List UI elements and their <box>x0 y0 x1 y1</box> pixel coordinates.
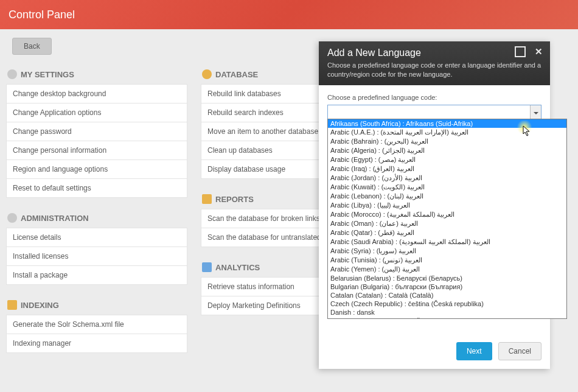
section-title: INDEXING <box>21 301 59 310</box>
language-option[interactable]: Arabic (U.A.E.) : العربية (الإمارات العر… <box>328 128 566 137</box>
panel-column: MY SETTINGSChange desktop backgroundChan… <box>6 63 187 362</box>
db-icon <box>202 69 212 79</box>
language-option[interactable]: Arabic (Jordan) : العربية (الأردن) <box>328 173 566 183</box>
maximize-button[interactable] <box>515 46 526 57</box>
language-option[interactable]: Arabic (Yemen) : العربية (اليمن) <box>328 265 566 274</box>
panel-item[interactable]: Generate the Solr Schema.xml file <box>6 315 187 334</box>
language-option[interactable]: Arabic (Morocco) : العربية (المملكة المغ… <box>328 210 566 219</box>
panel-item[interactable]: Reset to default settings <box>6 178 187 198</box>
section-title: REPORTS <box>215 195 254 204</box>
language-option[interactable]: Arabic (Oman) : العربية (عمان) <box>328 219 566 228</box>
back-button-label: Back <box>24 42 40 51</box>
language-option[interactable]: Belarusian (Belarus) : Беларускі (Белару… <box>328 274 566 282</box>
panel-item[interactable]: Install a package <box>6 265 187 285</box>
dialog-header: Add a New Language Choose a predefined l… <box>319 41 550 85</box>
language-option[interactable]: Arabic (Tunisia) : العربية (تونس) <box>328 256 566 265</box>
language-option[interactable]: Arabic (Iraq) : العربية (العراق) <box>328 164 566 173</box>
gear-icon <box>7 69 17 79</box>
language-option[interactable]: Arabic (Saudi Arabia) : العربية (المملكة… <box>328 237 566 247</box>
section-indexing: INDEXINGGenerate the Solr Schema.xml fil… <box>6 294 187 353</box>
language-option[interactable]: Arabic (Algeria) : العربية (الجزائر) <box>328 146 566 155</box>
language-option[interactable]: Arabic (Lebanon) : العربية (لبنان) <box>328 192 566 201</box>
page-title: Control Panel <box>9 9 75 21</box>
gear-icon <box>7 213 17 223</box>
back-button[interactable]: Back <box>12 38 52 55</box>
panel-item[interactable]: Change Application options <box>6 103 187 122</box>
dialog-subtitle: Choose a predefined language code or ent… <box>327 61 541 79</box>
dialog-footer: Next Cancel <box>319 334 550 369</box>
section-title: ANALYTICS <box>215 263 260 272</box>
language-option[interactable]: Czech (Czech Republic) : čeština (Česká … <box>328 299 566 308</box>
language-code-label: Choose a predefined language code: <box>327 94 541 101</box>
app-header: Control Panel <box>0 0 578 29</box>
section-title: MY SETTINGS <box>21 70 74 79</box>
section-administration: ADMINISTRATIONLicense detailsInstalled l… <box>6 207 187 285</box>
language-option[interactable]: Arabic (Bahrain) : العربية (البحرين) <box>328 137 566 146</box>
panel-item[interactable]: Change password <box>6 122 187 141</box>
panel-item[interactable]: Change desktop background <box>6 84 187 103</box>
section-my-settings: MY SETTINGSChange desktop backgroundChan… <box>6 63 187 198</box>
language-option[interactable]: Arabic (Qatar) : العربية (قطر) <box>328 228 566 237</box>
language-option[interactable]: Arabic (Libya) : العربية (ليبيا) <box>328 201 566 210</box>
cancel-button-label: Cancel <box>509 347 531 355</box>
language-option[interactable]: Catalan (Catalan) : Català (Català) <box>328 291 566 299</box>
panel-item[interactable]: Region and language options <box>6 159 187 179</box>
language-option[interactable]: Arabic (Kuwait) : العربية (الكويت) <box>328 183 566 192</box>
next-button[interactable]: Next <box>456 342 492 360</box>
section-header: INDEXING <box>6 294 187 315</box>
an-icon <box>202 262 212 272</box>
next-button-label: Next <box>467 347 482 355</box>
section-title: DATABASE <box>215 70 258 79</box>
language-option[interactable]: Afrikaans (South Africa) : Afrikaans (Su… <box>328 119 566 128</box>
idx-icon <box>7 300 17 310</box>
section-header: MY SETTINGS <box>6 63 187 84</box>
panel-item[interactable]: License details <box>6 228 187 247</box>
rep-icon <box>202 194 212 204</box>
cancel-button[interactable]: Cancel <box>498 342 541 360</box>
panel-item[interactable]: Change personal information <box>6 141 187 160</box>
language-option[interactable]: German (Austria) : Deutsch (Österreich) <box>328 317 566 319</box>
dialog-title: Add a New Language <box>327 47 541 58</box>
language-options-list[interactable]: Afrikaans (South Africa) : Afrikaans (Su… <box>327 119 567 319</box>
language-option[interactable]: Bulgarian (Bulgaria) : български (Българ… <box>328 282 566 291</box>
section-header: ADMINISTRATION <box>6 207 187 228</box>
close-button[interactable] <box>533 46 544 57</box>
language-option[interactable]: Arabic (Syria) : العربية (سوريا) <box>328 247 566 256</box>
square-icon <box>515 46 526 57</box>
language-option[interactable]: Arabic (Egypt) : العربية (مصر) <box>328 155 566 164</box>
panel-item[interactable]: Indexing manager <box>6 334 187 353</box>
panel-item[interactable]: Installed licenses <box>6 247 187 266</box>
section-title: ADMINISTRATION <box>21 214 89 223</box>
language-option[interactable]: Danish : dansk <box>328 308 566 317</box>
